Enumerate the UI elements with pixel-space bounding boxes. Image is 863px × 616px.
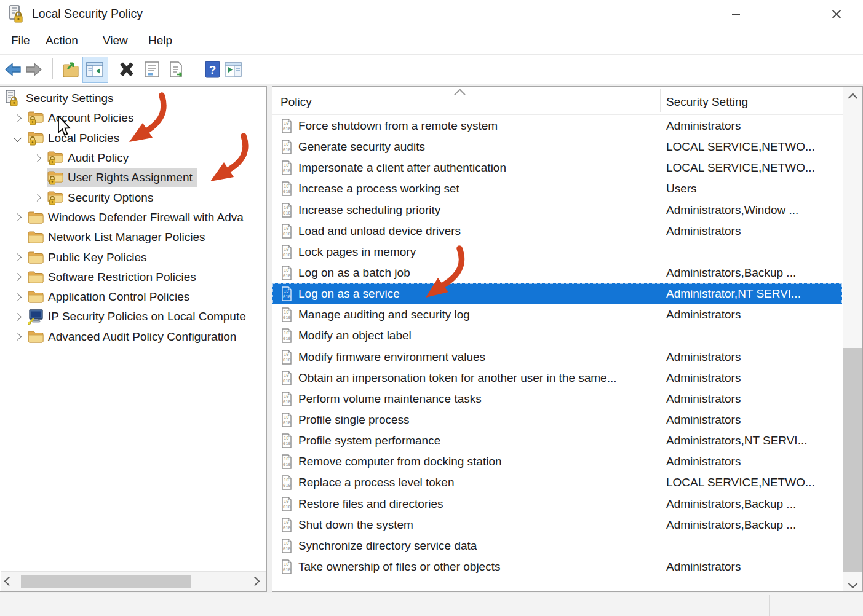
scrollbar-thumb[interactable] [21, 575, 191, 588]
policy-row[interactable]: 10 010 Remove computer from docking stat… [272, 451, 842, 472]
policy-setting: Administrators,Window ... [666, 203, 798, 217]
tree-item[interactable]: Windows Defender Firewall with Adva [0, 208, 266, 227]
policy-name: Remove computer from docking station [298, 455, 502, 468]
policy-row[interactable]: 10 010 Log on as a service Administrator… [272, 283, 842, 304]
column-header-policy[interactable]: Policy [280, 95, 312, 109]
policy-row[interactable]: 10 010 Modify an object label [272, 325, 842, 346]
policy-name: Force shutdown from a remote system [298, 119, 498, 133]
policy-row[interactable]: 10 010 Increase scheduling priority Admi… [272, 200, 842, 221]
forward-button[interactable] [24, 59, 44, 80]
policy-setting: Administrators [666, 308, 741, 322]
back-button[interactable] [3, 59, 23, 80]
tree-item-label: Account Policies [48, 111, 133, 125]
scroll-right-button[interactable] [247, 572, 263, 591]
policy-name: Increase a process working set [298, 182, 459, 195]
svg-text:10: 10 [284, 562, 288, 567]
policy-name: Modify an object label [298, 329, 412, 342]
policy-row[interactable]: 10 010 Profile system performance Admini… [272, 430, 842, 451]
policy-icon: 10 010 [280, 286, 292, 301]
close-button[interactable] [819, 0, 854, 28]
properties-button[interactable] [142, 59, 162, 80]
tree-expander[interactable] [7, 274, 27, 280]
tree-item-icon [27, 230, 47, 245]
policy-name: Obtain an impersonation token for anothe… [298, 371, 617, 385]
scroll-up-button[interactable] [843, 87, 862, 105]
policy-row[interactable]: 10 010 Synchronize directory service dat… [272, 535, 842, 556]
chevron-icon [14, 273, 22, 281]
tree-expander[interactable] [7, 334, 27, 339]
menu-help[interactable]: Help [148, 34, 172, 47]
policy-row[interactable]: 10 010 Obtain an impersonation token for… [272, 368, 842, 389]
up-one-level-button[interactable] [61, 59, 81, 80]
tree-expander[interactable] [7, 314, 27, 320]
delete-button[interactable] [117, 59, 137, 80]
app-icon [9, 5, 25, 23]
svg-text:10: 10 [284, 457, 288, 462]
tree-item[interactable]: IP Security Policies on Local Compute [0, 307, 266, 326]
policy-name: Replace a process level token [298, 476, 454, 489]
tree-item[interactable]: Account Policies [0, 108, 266, 128]
policy-row[interactable]: 10 010 Lock pages in memory [272, 242, 842, 263]
export-list-button[interactable] [167, 59, 186, 80]
tree-item[interactable]: Network List Manager Policies [0, 227, 266, 247]
tree-expander[interactable] [27, 156, 47, 161]
policy-row[interactable]: 10 010 Shut down the system Administrato… [272, 515, 842, 535]
svg-text:010: 010 [283, 441, 291, 446]
policy-row[interactable]: 10 010 Load and unload device drivers Ad… [272, 221, 842, 242]
tree-item[interactable]: Security Options [0, 188, 266, 207]
svg-text:010: 010 [283, 505, 291, 510]
policy-row[interactable]: 10 010 Manage auditing and security log … [272, 304, 842, 325]
forward-icon [25, 60, 43, 79]
tree-item-label: User Rights Assignment [68, 171, 193, 184]
tree-item[interactable]: User Rights Assignment [0, 168, 266, 188]
policy-icon: 10 010 [280, 160, 292, 175]
tree-expander[interactable] [7, 255, 27, 260]
tree-item[interactable]: Advanced Audit Policy Configuration [0, 327, 266, 347]
show-hide-action-pane-button[interactable] [223, 59, 243, 80]
tree-horizontal-scrollbar[interactable] [1, 571, 266, 591]
policy-row[interactable]: 10 010 Take ownership of files or other … [272, 556, 842, 577]
help-button[interactable]: ? [202, 59, 222, 80]
policy-row[interactable]: 10 010 Increase a process working set Us… [272, 178, 842, 199]
tree-item[interactable]: Audit Policy [0, 148, 266, 168]
column-divider[interactable] [660, 89, 661, 112]
column-header-security-setting[interactable]: Security Setting [666, 95, 748, 109]
scroll-down-button[interactable] [843, 575, 862, 592]
svg-text:?: ? [209, 63, 216, 76]
tree-item[interactable]: Application Control Policies [0, 287, 266, 307]
toolbar: ? [0, 55, 863, 85]
policy-row[interactable]: 10 010 Replace a process level token LOC… [272, 472, 842, 493]
policy-icon: 10 010 [280, 350, 292, 365]
tree-expander[interactable] [7, 135, 27, 141]
menu-file[interactable]: File [11, 34, 30, 47]
tree-item[interactable]: Local Policies [0, 128, 266, 148]
policy-row[interactable]: 10 010 Profile single process Administra… [272, 409, 842, 430]
policy-setting: Administrators,Backup ... [666, 518, 796, 532]
tree-item[interactable]: Software Restriction Policies [0, 267, 266, 287]
scroll-left-button[interactable] [1, 572, 17, 591]
menu-view[interactable]: View [103, 34, 128, 47]
policy-name: Lock pages in memory [298, 245, 416, 259]
policy-row[interactable]: 10 010 Log on as a batch job Administrat… [272, 263, 842, 283]
tree-expander[interactable] [7, 215, 27, 220]
tree-expander[interactable] [27, 195, 47, 200]
policy-row[interactable]: 10 010 Restore files and directories Adm… [272, 494, 842, 515]
svg-text:010: 010 [283, 483, 291, 488]
policy-row[interactable]: 10 010 Generate security audits LOCAL SE… [272, 136, 842, 157]
policy-row[interactable]: 10 010 Modify firmware environment value… [272, 347, 842, 368]
scrollbar-thumb[interactable] [843, 348, 862, 572]
tree-item[interactable]: Public Key Policies [0, 247, 266, 267]
menu-action[interactable]: Action [46, 34, 78, 47]
tree-expander[interactable] [7, 116, 27, 121]
tree-expander[interactable] [7, 294, 27, 300]
maximize-button[interactable] [764, 0, 798, 28]
policy-row[interactable]: 10 010 Force shutdown from a remote syst… [272, 116, 842, 136]
minimize-button[interactable] [718, 0, 753, 28]
show-hide-console-tree-button[interactable] [85, 59, 105, 80]
policy-row[interactable]: 10 010 Impersonate a client after authen… [272, 157, 842, 178]
policy-icon: 10 010 [280, 433, 292, 448]
policy-row[interactable]: 10 010 Perform volume maintenance tasks … [272, 389, 842, 409]
list-vertical-scrollbar[interactable] [843, 87, 862, 592]
tree-item[interactable]: Security Settings [0, 89, 266, 108]
back-icon [4, 60, 22, 79]
